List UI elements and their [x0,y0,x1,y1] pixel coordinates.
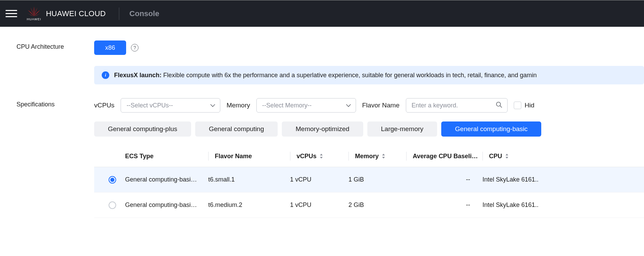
flexusx-banner: i FlexusX launch: Flexible compute with … [94,66,644,84]
cell-cpu: Intel SkyLake 6161.. [478,201,644,209]
hamburger-menu-button[interactable] [5,8,17,20]
search-icon [496,101,502,109]
info-icon: i [102,71,109,79]
filter-bar: vCPUs --Select vCPUs-- Memory --Select M… [94,98,644,113]
specifications-row: Specifications vCPUs --Select vCPUs-- Me… [16,98,644,218]
sort-icon [381,153,386,159]
tab-general-computing-plus[interactable]: General computing-plus [94,121,191,137]
cpu-architecture-label: CPU Architecture [16,40,94,50]
svg-line-1 [500,106,502,107]
memory-filter-label: Memory [226,102,250,109]
top-bar: HUAWEI HUAWEI CLOUD Console [0,0,644,27]
cpu-architecture-row: CPU Architecture x86 ? [16,40,644,55]
cell-flavor-name: t6.medium.2 [204,201,286,209]
topbar-divider [119,8,119,20]
cell-ecs-type: General computing-basi… [121,176,204,183]
brand-name: HUAWEI CLOUD [46,9,106,18]
vcpus-filter-label: vCPUs [94,102,114,109]
table-header-cpu[interactable]: CPU [478,152,644,161]
memory-select[interactable]: --Select Memory-- [256,98,356,113]
flavor-table: ECS Type Flavor Name vCPUs Memory Averag… [94,146,644,218]
table-header-ecs-type: ECS Type [121,153,204,160]
table-body: General computing-basi… t6.small.1 1 vCP… [94,167,644,218]
table-row[interactable]: General computing-basi… t6.small.1 1 vCP… [94,167,644,193]
tab-large-memory[interactable]: Large-memory [367,121,437,137]
hide-label: Hid [525,102,535,109]
cell-memory: 1 GiB [344,176,402,183]
architecture-x86-button[interactable]: x86 [94,40,126,55]
specifications-label: Specifications [16,98,94,108]
flavor-search-input-wrap [406,98,508,113]
cell-vcpus: 1 vCPU [286,201,344,209]
sort-icon [319,153,323,159]
flavor-search-input[interactable] [412,102,492,109]
chevron-down-icon [210,102,215,109]
flavor-category-tabs: General computing-plus General computing… [94,121,644,137]
row-radio[interactable] [109,201,116,209]
cell-ecs-type: General computing-basi… [121,201,204,209]
sort-icon [505,153,509,159]
cell-baseline: -- [402,201,478,209]
huawei-logo-icon: HUAWEI [27,7,41,21]
cell-memory: 2 GiB [344,201,402,209]
table-header-baseline: Average CPU Baseli… [402,152,478,161]
table-header-vcpus[interactable]: vCPUs [286,152,344,161]
memory-select-placeholder: --Select Memory-- [262,102,312,109]
vcpus-select-placeholder: --Select vCPUs-- [126,102,173,109]
cell-baseline: -- [402,176,478,183]
cell-flavor-name: t6.small.1 [204,176,286,183]
cell-vcpus: 1 vCPU [286,176,344,183]
tab-memory-optimized[interactable]: Memory-optimized [282,121,363,137]
vcpus-select[interactable]: --Select vCPUs-- [121,98,220,113]
help-icon[interactable]: ? [131,44,138,51]
huawei-logo-subtext: HUAWEI [27,18,41,21]
banner-title: FlexusX launch: [114,72,162,79]
banner-text: FlexusX launch: Flexible compute with 6x… [114,72,537,79]
cell-cpu: Intel SkyLake 6161.. [478,176,644,183]
table-header-memory[interactable]: Memory [344,152,402,161]
row-radio[interactable] [109,176,116,184]
console-link[interactable]: Console [130,9,159,18]
logo-area[interactable]: HUAWEI HUAWEI CLOUD [27,7,106,21]
hide-checkbox-wrap: Hid [514,102,535,109]
table-header-flavor-name: Flavor Name [204,152,286,161]
hide-checkbox[interactable] [514,102,521,109]
banner-body: Flexible compute with 6x the performance… [163,72,537,79]
table-header-row: ECS Type Flavor Name vCPUs Memory Averag… [94,146,644,167]
tab-general-computing-basic[interactable]: General computing-basic [441,121,541,137]
flavor-filter-label: Flavor Name [362,102,400,109]
table-row[interactable]: General computing-basi… t6.medium.2 1 vC… [94,193,644,218]
main-content: CPU Architecture x86 ? i FlexusX launch:… [0,27,644,218]
tab-general-computing[interactable]: General computing [195,121,278,137]
chevron-down-icon [346,102,351,109]
